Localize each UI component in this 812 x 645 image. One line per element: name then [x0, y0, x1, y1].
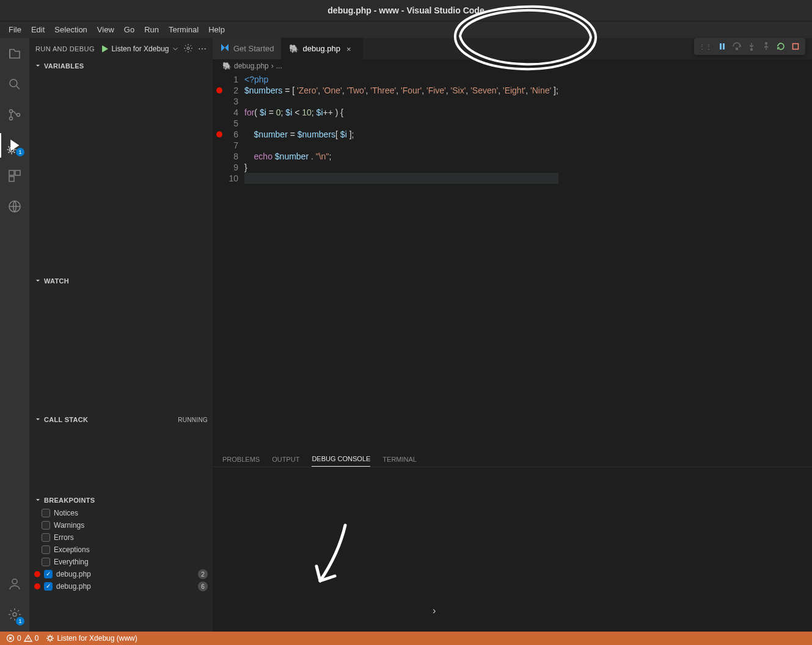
step-out-button[interactable]	[759, 39, 774, 54]
activity-bar: 1 1	[0, 38, 29, 632]
status-errors[interactable]: 0 0	[6, 634, 38, 643]
tab-get-started[interactable]: Get Started	[213, 38, 282, 59]
svg-point-11	[187, 47, 189, 49]
code-line[interactable]	[244, 118, 558, 129]
checkbox[interactable]	[44, 570, 53, 578]
section-breakpoints[interactable]: BREAKPOINTS	[29, 494, 213, 507]
menu-selection[interactable]: Selection	[49, 23, 92, 37]
close-icon[interactable]: ×	[346, 45, 355, 53]
bp-file[interactable]: debug.php2	[29, 568, 213, 580]
code-line[interactable]: for( $i = 0; $i < 10; $i++ ) {	[244, 107, 558, 118]
section-variables[interactable]: VARIABLES	[29, 59, 213, 73]
svg-point-3	[17, 114, 20, 117]
debug-badge: 1	[16, 148, 24, 156]
code-line[interactable]: $numbers = [ 'Zero', 'One', 'Two', 'Thre…	[244, 85, 558, 96]
restart-button[interactable]	[774, 39, 788, 54]
explorer-icon[interactable]	[0, 44, 29, 64]
menu-run[interactable]: Run	[139, 23, 164, 37]
tab-debug.php[interactable]: 🐘debug.php×	[282, 38, 362, 59]
code-line[interactable]: $number = $numbers[ $i ];	[244, 129, 558, 140]
checkbox[interactable]	[42, 509, 50, 517]
code-line[interactable]	[244, 140, 558, 151]
step-into-button[interactable]	[744, 39, 759, 54]
svg-point-19	[48, 636, 52, 640]
checkbox[interactable]	[42, 533, 50, 542]
svg-point-10	[13, 613, 16, 616]
pause-button[interactable]	[715, 39, 730, 54]
menu-terminal[interactable]: Terminal	[164, 23, 203, 37]
svg-point-1	[10, 110, 13, 113]
svg-point-14	[736, 48, 738, 50]
search-icon[interactable]	[0, 75, 29, 94]
status-debug[interactable]: Listen for Xdebug (www)	[46, 634, 137, 643]
svg-rect-7	[9, 177, 14, 181]
code-line[interactable]	[244, 173, 558, 184]
vscode-icon	[220, 43, 230, 54]
svg-rect-5	[9, 170, 14, 175]
editor-area: ⋮⋮ Get Started🐘debug.php× 🐘 debug.php › …	[213, 38, 812, 632]
run-debug-icon[interactable]: 1	[0, 136, 29, 155]
menu-edit[interactable]: Edit	[26, 23, 49, 37]
menubar: FileEditSelectionViewGoRunTerminalHelp	[0, 21, 812, 38]
bp-category[interactable]: Everything	[29, 556, 213, 568]
svg-point-16	[766, 43, 767, 45]
status-bar: 0 0 Listen for Xdebug (www)	[0, 632, 812, 645]
section-watch[interactable]: WATCH	[29, 274, 213, 288]
panel-tab-problems[interactable]: PROBLEMS	[222, 456, 260, 467]
step-over-button[interactable]	[730, 39, 744, 54]
breakpoint-dot[interactable]	[216, 131, 222, 137]
source-control-icon[interactable]	[0, 105, 29, 125]
bp-category[interactable]: Errors	[29, 531, 213, 544]
panel-tab-terminal[interactable]: TERMINAL	[382, 456, 417, 467]
stop-button[interactable]	[788, 39, 803, 54]
code-editor[interactable]: 12345678910 <?php$numbers = [ 'Zero', 'O…	[213, 73, 812, 448]
bp-line-badge: 6	[198, 581, 208, 591]
code-line[interactable]: <?php	[244, 74, 558, 85]
debug-config-select[interactable]: Listen for Xdebug	[97, 43, 183, 54]
window-title: debug.php - www - Visual Studio Code	[327, 5, 484, 15]
code-line[interactable]: }	[244, 162, 558, 173]
svg-rect-6	[15, 170, 20, 175]
run-debug-sidebar: RUN AND DEBUG Listen for Xdebug ⋯ VARIAB…	[29, 38, 213, 632]
svg-point-15	[751, 49, 753, 51]
breakpoint-dot-icon	[34, 583, 40, 589]
sidebar-title: RUN AND DEBUG	[35, 45, 95, 53]
php-icon: 🐘	[222, 62, 232, 70]
checkbox[interactable]	[44, 582, 53, 591]
checkbox[interactable]	[42, 558, 50, 566]
checkbox[interactable]	[42, 545, 50, 554]
svg-point-0	[10, 79, 17, 87]
extensions-icon[interactable]	[0, 166, 29, 186]
settings-gear-icon[interactable]: 1	[0, 605, 29, 624]
bp-line-badge: 2	[198, 569, 208, 579]
code-line[interactable]	[244, 96, 558, 107]
bp-category[interactable]: Notices	[29, 507, 213, 519]
drag-handle-icon[interactable]: ⋮⋮	[699, 43, 712, 50]
remote-icon[interactable]	[0, 197, 29, 216]
settings-icon[interactable]	[183, 43, 193, 54]
breakpoint-dot[interactable]	[216, 87, 222, 93]
bp-file[interactable]: debug.php6	[29, 580, 213, 592]
debug-toolbar[interactable]: ⋮⋮	[694, 38, 805, 55]
panel-tab-debug-console[interactable]: DEBUG CONSOLE	[312, 455, 370, 467]
menu-go[interactable]: Go	[119, 23, 139, 37]
menu-file[interactable]: File	[4, 23, 26, 37]
php-icon: 🐘	[289, 44, 299, 53]
code-line[interactable]: echo $number . "\n";	[244, 151, 558, 162]
section-callstack[interactable]: CALL STACK RUNNING	[29, 413, 213, 426]
menu-view[interactable]: View	[92, 23, 119, 37]
debug-console-prompt-icon[interactable]: ›	[433, 605, 436, 616]
breadcrumb[interactable]: 🐘 debug.php › ...	[213, 59, 812, 73]
more-icon[interactable]: ⋯	[198, 44, 207, 54]
window-titlebar: debug.php - www - Visual Studio Code	[0, 0, 812, 21]
panel-tabs: PROBLEMSOUTPUTDEBUG CONSOLETERMINAL	[213, 449, 812, 467]
bp-category[interactable]: Warnings	[29, 519, 213, 531]
checkbox[interactable]	[42, 521, 50, 530]
sidebar-header: RUN AND DEBUG Listen for Xdebug ⋯	[29, 38, 213, 59]
svg-rect-12	[720, 43, 722, 49]
panel-tab-output[interactable]: OUTPUT	[272, 456, 299, 467]
accounts-icon[interactable]	[0, 574, 29, 594]
bp-category[interactable]: Exceptions	[29, 544, 213, 556]
menu-help[interactable]: Help	[203, 23, 230, 37]
svg-rect-13	[723, 43, 725, 49]
